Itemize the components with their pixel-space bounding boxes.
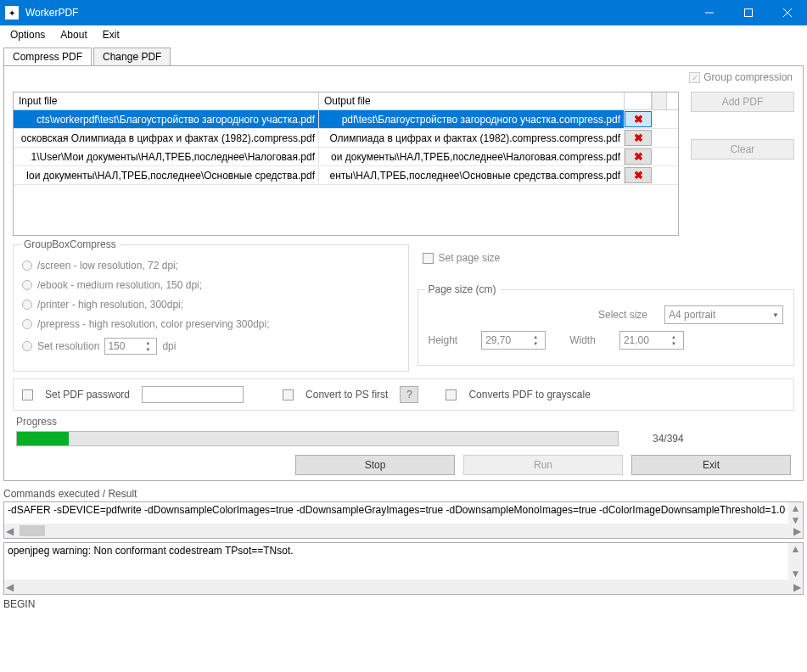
delete-row-button[interactable]: ✖ xyxy=(625,111,652,127)
groupbox-page-size: Page size (cm) Select size A4 portrait▼ … xyxy=(418,289,795,366)
group-compression-row: Group compression xyxy=(689,71,793,83)
radio-printer-label: /printer - high resolution, 300dpi; xyxy=(37,299,183,311)
page-size-panel: Set page size Page size (cm) Select size… xyxy=(418,244,795,372)
log-scroll-y[interactable]: ▲▼ xyxy=(788,543,803,580)
radio-screen-label: /screen - low resolution, 72 dpi; xyxy=(37,260,178,272)
commands-scroll-x[interactable]: ◀▶ xyxy=(4,524,803,538)
tab-panel-compress: Group compression Input file Output file… xyxy=(3,65,804,481)
app-icon: ✦ xyxy=(5,6,19,20)
run-button[interactable]: Run xyxy=(463,455,623,475)
side-buttons: Add PDF Clear xyxy=(691,92,794,236)
resolution-spinner[interactable]: ▲▼ xyxy=(142,339,154,353)
options-row: Set PDF password Convert to PS first ? C… xyxy=(13,378,794,411)
group-compression-label: Group compression xyxy=(703,71,793,83)
progress-bar xyxy=(16,431,619,446)
cell-output-file: pdf\test\Благоустройство загородного уча… xyxy=(319,110,625,128)
resolution-input[interactable]: 150▲▼ xyxy=(104,338,157,355)
dpi-label: dpi xyxy=(162,340,176,352)
stop-button[interactable]: Stop xyxy=(295,455,455,475)
titlebar: ✦ WorkerPDF xyxy=(0,0,807,25)
groupbox-compress-title: GroupBoxCompress xyxy=(20,238,120,250)
action-row: Stop Run Exit xyxy=(13,455,794,475)
convert-ps-label: Convert to PS first xyxy=(305,389,388,400)
group-compression-checkbox[interactable] xyxy=(689,72,700,83)
progress-area: Progress 34/394 xyxy=(13,416,794,446)
grayscale-label: Converts PDF to grayscale xyxy=(468,389,590,400)
groupbox-compress: GroupBoxCompress /screen - low resolutio… xyxy=(13,244,409,372)
cell-input-file: осковская Олимпиада в цифрах и фактах (1… xyxy=(14,129,319,147)
radio-prepress-label: /prepress - high resolution, color prese… xyxy=(37,318,269,330)
tab-compress-pdf[interactable]: Compress PDF xyxy=(3,48,92,65)
svg-rect-1 xyxy=(745,9,753,17)
cell-output-file: ои документы\НАЛ,ТРЕБ,последнее\Налогова… xyxy=(319,148,625,165)
cell-input-file: 1\User\Мои документы\НАЛ,ТРЕБ,последнее\… xyxy=(14,148,319,165)
progress-label: Progress xyxy=(16,416,791,428)
width-spinner[interactable]: ▲▼ xyxy=(668,333,680,347)
log-scroll-x[interactable]: ◀▶ xyxy=(4,580,803,594)
radio-ebook-label: /ebook - medium resolution, 150 dpi; xyxy=(37,279,202,291)
commands-scroll-y[interactable]: ▲▼ xyxy=(788,502,803,524)
exit-button[interactable]: Exit xyxy=(631,455,791,475)
select-size-label: Select size xyxy=(598,309,647,321)
cell-output-file: Олимпиада в цифрах и фактах (1982).compr… xyxy=(319,129,625,147)
header-delete xyxy=(625,92,652,109)
page-size-select[interactable]: A4 portrait▼ xyxy=(664,305,783,324)
cell-input-file: Іои документы\НАЛ,ТРЕБ,последнее\Основны… xyxy=(14,166,319,184)
set-password-label: Set PDF password xyxy=(45,389,130,400)
commands-label: Commands executed / Result xyxy=(3,488,804,500)
height-spinner[interactable]: ▲▼ xyxy=(530,333,541,347)
grid-header: Input file Output file xyxy=(14,92,678,110)
progress-text: 34/394 xyxy=(653,433,684,445)
grayscale-checkbox[interactable] xyxy=(446,389,457,400)
commands-console[interactable]: -dSAFER -sDEVICE=pdfwrite -dDownsampleCo… xyxy=(3,501,804,539)
app-title: WorkerPDF xyxy=(25,7,690,19)
delete-row-button[interactable]: ✖ xyxy=(625,148,652,165)
window-controls xyxy=(690,0,807,25)
delete-row-button[interactable]: ✖ xyxy=(625,167,652,183)
tab-strip: Compress PDF Change PDF xyxy=(3,48,804,65)
height-label: Height xyxy=(429,334,458,346)
table-row[interactable]: cts\workerpdf\test\Благоустройство загор… xyxy=(14,110,678,129)
radio-set-resolution-label: Set resolution xyxy=(37,340,99,352)
status-bar: BEGIN xyxy=(3,598,804,610)
convert-ps-checkbox[interactable] xyxy=(283,389,294,400)
close-button[interactable] xyxy=(768,0,807,25)
width-input[interactable]: 21,00▲▼ xyxy=(619,331,684,350)
radio-printer[interactable] xyxy=(22,300,32,310)
menu-about[interactable]: About xyxy=(53,27,93,42)
set-password-checkbox[interactable] xyxy=(22,389,33,400)
commands-text: -dSAFER -sDEVICE=pdfwrite -dDownsampleCo… xyxy=(4,502,803,518)
menu-exit[interactable]: Exit xyxy=(96,27,126,42)
header-input-file[interactable]: Input file xyxy=(14,92,319,109)
add-pdf-button[interactable]: Add PDF xyxy=(691,92,794,112)
page-size-group-title: Page size (cm) xyxy=(425,283,500,295)
header-output-file[interactable]: Output file xyxy=(319,92,625,109)
width-label: Width xyxy=(569,334,596,346)
log-console[interactable]: openjpeg warning: Non conformant codestr… xyxy=(3,542,804,595)
chevron-down-icon: ▼ xyxy=(772,311,779,319)
set-page-size-checkbox[interactable] xyxy=(423,253,434,264)
set-page-size-label: Set page size xyxy=(439,252,501,264)
table-row[interactable]: Іои документы\НАЛ,ТРЕБ,последнее\Основны… xyxy=(14,166,678,185)
file-grid[interactable]: Input file Output file cts\workerpdf\tes… xyxy=(13,92,679,236)
radio-screen[interactable] xyxy=(22,260,32,271)
clear-button[interactable]: Clear xyxy=(691,139,794,160)
maximize-button[interactable] xyxy=(729,0,768,25)
convert-ps-help-button[interactable]: ? xyxy=(400,386,418,403)
password-input[interactable] xyxy=(142,386,244,403)
minimize-button[interactable] xyxy=(690,0,729,25)
tab-change-pdf[interactable]: Change PDF xyxy=(93,48,171,65)
menu-options[interactable]: Options xyxy=(3,27,52,42)
progress-fill xyxy=(17,432,69,445)
log-text: openjpeg warning: Non conformant codestr… xyxy=(4,543,803,558)
cell-input-file: cts\workerpdf\test\Благоустройство загор… xyxy=(14,110,319,128)
delete-row-button[interactable]: ✖ xyxy=(625,130,652,146)
radio-set-resolution[interactable] xyxy=(22,341,32,351)
radio-prepress[interactable] xyxy=(22,319,32,329)
height-input[interactable]: 29,70▲▼ xyxy=(481,331,546,350)
cell-output-file: енты\НАЛ,ТРЕБ,последнее\Основные средств… xyxy=(319,166,625,184)
radio-ebook[interactable] xyxy=(22,280,32,290)
table-row[interactable]: 1\User\Мои документы\НАЛ,ТРЕБ,последнее\… xyxy=(14,148,678,166)
table-row[interactable]: осковская Олимпиада в цифрах и фактах (1… xyxy=(14,129,678,148)
menubar: Options About Exit xyxy=(0,25,807,44)
